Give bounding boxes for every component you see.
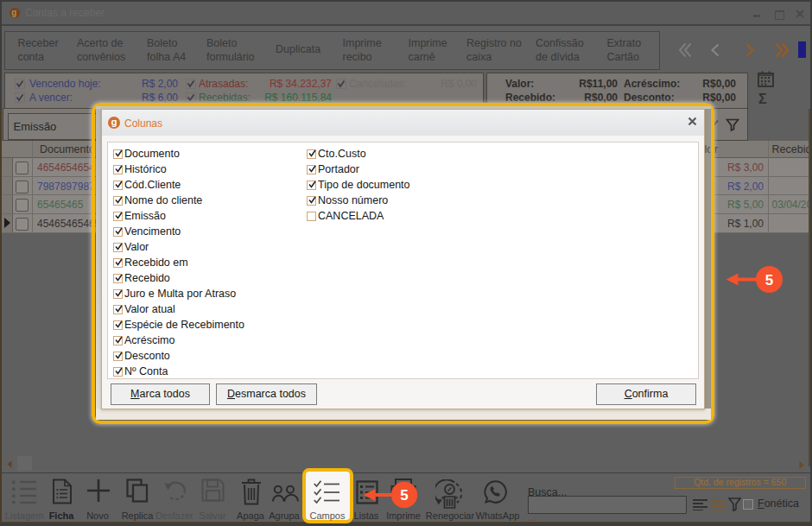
svg-text:5: 5 [765, 271, 773, 288]
svg-text:5: 5 [400, 487, 408, 504]
